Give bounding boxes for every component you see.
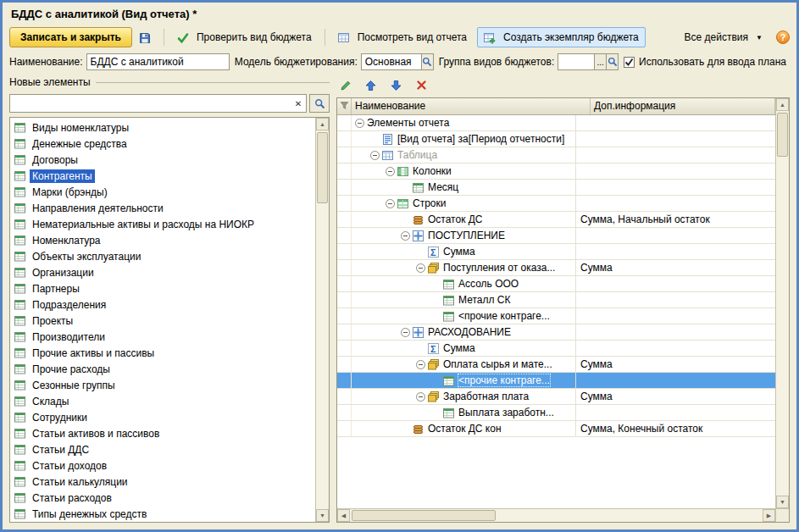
scroll-left-icon[interactable]: ◀ [337,509,350,522]
tree-row[interactable]: ΣСумма [337,244,775,260]
scroll-right-icon[interactable]: ▶ [763,509,775,522]
horizontal-scrollbar[interactable]: ◀ ▶ [337,508,775,522]
catalog-list-item[interactable]: Партнеры [10,280,315,296]
scroll-up-icon[interactable]: ▲ [776,98,789,111]
budget-model-lookup-button[interactable] [422,53,434,70]
catalog-list-item[interactable]: Номенклатура [10,232,315,248]
catalog-list-item[interactable]: Сотрудники [10,409,315,425]
tree-row[interactable]: РАСХОДОВАНИЕ [337,324,775,341]
catalog-list-item[interactable]: Объекты эксплуатации [10,248,315,264]
catalog-list-item[interactable]: Денежные средства [10,136,315,152]
tree-row[interactable]: Колонки [337,163,775,180]
tree-row[interactable]: Месяц [337,180,775,196]
catalog-list-item[interactable]: Нематериальные активы и расходы на НИОКР [10,216,315,232]
tree-row[interactable]: [Вид отчета] за[Период отчетности] [337,131,775,147]
tree-row[interactable]: Таблица [337,147,775,163]
collapse-icon[interactable] [416,392,425,402]
save-and-close-button[interactable]: Записать и закрыть [9,27,132,47]
scroll-up-icon[interactable]: ▲ [316,118,329,130]
tree-row[interactable]: ПОСТУПЛЕНИЕ [337,228,775,244]
catalog-item-label: Договоры [30,153,80,167]
scroll-down-icon[interactable]: ▼ [776,496,789,508]
budget-group-ellipsis-button[interactable]: ... [595,53,607,70]
catalog-list-item[interactable]: Статьи доходов [10,457,315,474]
all-actions-button[interactable]: Все действия ▼ [678,27,769,47]
catalog-icon [14,186,26,197]
catalog-list-item[interactable]: Прочие расходы [10,361,315,377]
tree-row[interactable]: Поступления от оказа...Сумма [337,260,775,276]
tree-row[interactable]: <прочие контраге... [337,308,775,324]
tree-row[interactable]: Выплата заработн... [337,405,775,421]
tree-row[interactable]: Заработная платаСумма [337,389,775,405]
budget-group-input[interactable] [558,53,595,70]
tree-row-name-cell: Остаток ДС [352,212,576,227]
catalog-list-item[interactable]: Организации [10,264,315,280]
catalog-list-item[interactable]: Контрагенты [10,168,315,184]
collapse-icon[interactable] [355,119,364,128]
clear-search-icon[interactable]: ✕ [291,99,306,108]
tree-row[interactable]: Строки [337,196,775,212]
scroll-down-icon[interactable]: ▼ [316,509,329,522]
tree-row[interactable]: Остаток ДС конСумма, Конечный остаток [337,421,775,437]
column-header-info[interactable]: Доп.информация [591,98,775,114]
search-button[interactable] [309,94,330,113]
move-down-button[interactable] [389,75,408,94]
delete-button[interactable] [414,75,433,94]
column-header-name[interactable]: Наименование [352,98,591,114]
catalog-list-item[interactable]: Статьи калькуляции [10,474,315,490]
catalog-list-item[interactable]: Производители [10,329,315,345]
scrollbar-thumb[interactable] [317,132,328,203]
catalog-list-item[interactable]: Проекты [10,313,315,329]
catalog-list-item[interactable]: Типы денежных средств [10,506,315,522]
catalog-list-item[interactable]: Марки (брэнды) [10,184,315,200]
name-input[interactable] [86,53,230,70]
collapse-icon[interactable] [416,263,425,273]
budget-report-window: БДДС с аналитикой (Вид отчета) * Записат… [0,0,799,532]
edit-button[interactable] [338,75,357,94]
budget-model-input[interactable] [361,53,422,70]
catalog-list-item[interactable]: Подразделения [10,296,315,313]
scroll-track[interactable] [776,111,789,496]
scrollbar-thumb-horizontal[interactable] [352,510,496,521]
catalog-list-item[interactable]: Статьи ДДС [10,441,315,457]
catalog-list-item[interactable]: Сезонные группы [10,377,315,393]
collapse-icon[interactable] [386,199,395,208]
catalog-list-item[interactable]: Прочие активы и пассивы [10,345,315,361]
collapse-icon[interactable] [370,151,380,160]
save-button[interactable] [136,27,158,47]
budget-group-lookup-button[interactable] [607,53,619,70]
catalog-list-item[interactable]: Статьи расходов [10,490,315,506]
collapse-icon[interactable] [401,328,410,337]
scroll-track[interactable] [316,130,329,509]
tree-row[interactable]: <прочие контраге... [337,373,775,389]
check-budget-view-button[interactable]: Проверить вид бюджета [170,27,319,47]
column-settings-button[interactable] [337,98,352,114]
use-plan-checkbox[interactable] [624,57,635,68]
view-report-button[interactable]: Посмотреть вид отчета [331,27,474,47]
collapse-icon[interactable] [386,167,395,176]
catalog-icon [443,279,455,290]
create-budget-instance-button[interactable]: Создать экземпляр бюджета [477,27,646,47]
tree-row[interactable]: Ассоль ООО [337,276,775,292]
catalog-list-item[interactable]: Статьи активов и пассивов [10,425,315,441]
tree-row[interactable]: ΣСумма [337,341,775,357]
catalog-list-item[interactable]: Направления деятельности [10,200,315,216]
scroll-track-horizontal[interactable] [350,509,763,522]
tree-row[interactable]: Металл СК [337,292,775,308]
tree-row[interactable]: Элементы отчета [337,115,775,131]
collapse-icon[interactable] [401,231,410,241]
catalog-icon [14,299,26,310]
tree-row[interactable]: Оплата сырья и мате...Сумма [337,357,775,373]
right-vertical-scrollbar[interactable]: ▲ ▼ [775,98,789,522]
search-input[interactable] [10,96,291,111]
move-up-button[interactable] [363,75,382,94]
catalog-list-item[interactable]: Виды номенклатуры [10,119,315,136]
left-vertical-scrollbar[interactable]: ▲ ▼ [315,118,329,522]
scrollbar-thumb[interactable] [777,113,788,157]
collapse-icon[interactable] [416,360,425,369]
catalog-list-item[interactable]: Договоры [10,152,315,168]
catalog-list-item[interactable]: Склады [10,393,315,409]
row-margin-cell [337,131,352,147]
tree-row[interactable]: Остаток ДССумма, Начальный остаток [337,212,775,228]
help-button[interactable]: ? [776,30,790,44]
